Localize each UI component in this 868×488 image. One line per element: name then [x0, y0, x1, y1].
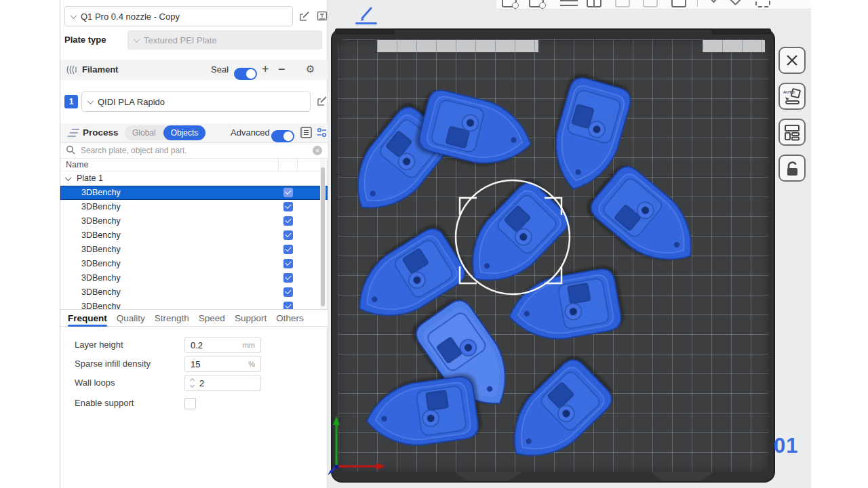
boats-layer	[338, 75, 711, 476]
benchy-object[interactable]	[504, 267, 623, 348]
benchy-object[interactable]	[494, 354, 616, 476]
viewport-3d-overlay	[0, 0, 868, 488]
benchy-object[interactable]	[362, 375, 479, 452]
app-window: Q1 Pro 0.4 nozzle - Copy Plate type Text…	[0, 0, 868, 488]
benchy-object[interactable]	[586, 161, 710, 280]
